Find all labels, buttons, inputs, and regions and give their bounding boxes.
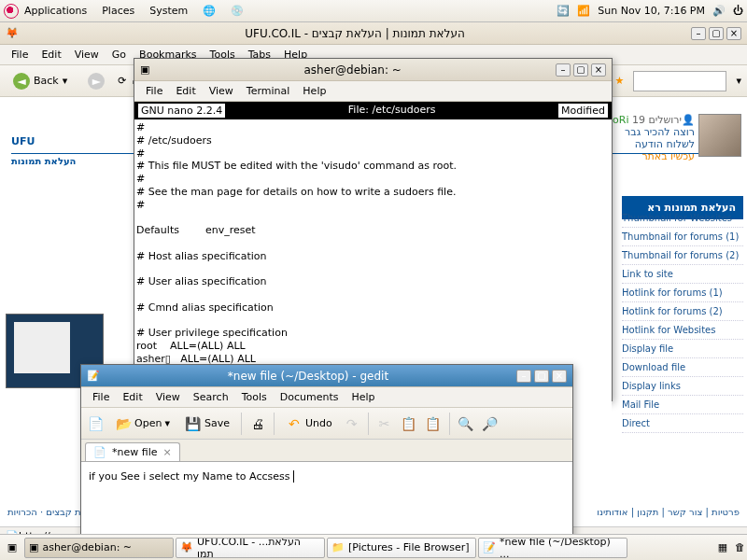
folder-icon: 📂 [115,415,132,432]
task-gedit[interactable]: 📝*new file (~/Desktop) ... [478,538,627,558]
workspace-switcher[interactable]: ▦ [712,541,733,553]
forward-button[interactable]: ► [80,71,112,91]
window-title: UFU.CO.IL - העלאת תמונות | העלאת קבצים [19,27,691,40]
sidebar-link[interactable]: Display file [622,340,743,358]
power-icon[interactable]: ⏻ [733,5,743,17]
terminal-menubar: File Edit View Terminal Help [134,81,612,102]
separator [368,413,369,435]
terminal-icon: ▣ [140,63,149,76]
menu-help[interactable]: Help [345,389,380,405]
cut-icon[interactable]: ✂ [376,415,393,432]
sidebar-link[interactable]: Display links [622,377,743,396]
back-button[interactable]: ◄Back▾ [6,71,75,91]
editor-text: if you See i select my Name to Accsess [89,470,289,483]
gedit-menubar: File Edit View Search Tools Documents He… [81,387,572,408]
minimize-button[interactable]: – [691,27,706,40]
close-button[interactable]: × [726,27,741,40]
menu-system[interactable]: System [146,3,191,19]
close-button[interactable]: × [591,63,606,77]
menu-file[interactable]: File [6,47,34,63]
nano-version: GNU nano 2.2.4 [138,104,225,118]
sidebar-link[interactable]: Thumbnail for Websites [622,209,743,228]
task-terminal[interactable]: ▣asher@debian: ~ [24,538,174,558]
replace-icon[interactable]: 🔎 [482,415,499,432]
gedit-tabs: 📄 *new file × [81,440,572,462]
firefox-titlebar[interactable]: 🦊 UFU.CO.IL - העלאת תמונות | העלאת קבצים… [0,22,747,45]
zoom-button[interactable]: ▾ [736,75,741,87]
gedit-titlebar[interactable]: 📝 *new file (~/Desktop) - gedit – ▢ × [81,365,572,387]
menu-file[interactable]: File [140,83,168,99]
update-icon[interactable]: 🔄 [557,5,570,17]
gedit-icon: 📝 [87,370,100,382]
gnome-bottom-panel: ▣ ▣asher@debian: ~ 🦊UFU.CO.IL - ...העלאת… [0,534,747,560]
menu-edit[interactable]: Edit [117,389,148,405]
show-desktop-icon[interactable]: ▣ [2,541,22,553]
gedit-icon: 📝 [483,541,496,553]
menu-view[interactable]: View [150,389,186,405]
firefox-icon: 🦊 [180,541,193,553]
volume-icon[interactable]: 🔊 [712,5,726,17]
sidebar-link[interactable]: Hotlink for Websites [622,321,743,340]
copy-icon[interactable]: 📋 [401,415,417,432]
sidebar-link[interactable]: Thumbnail for forums (1) [622,228,743,246]
menu-tools[interactable]: Tools [236,389,273,405]
undo-button[interactable]: ↶Undo [282,413,336,434]
menu-edit[interactable]: Edit [35,47,66,63]
gedit-toolbar: 📄 📂Open▾ 💾Save 🖨 ↶Undo ↷ ✂ 📋 📋 🔍 🔎 [81,408,572,440]
star-icon[interactable]: ★ [615,75,625,87]
search-input[interactable] [633,71,726,91]
task-filebrowser[interactable]: 📁[Pictures - File Browser] [327,538,476,558]
menu-help[interactable]: Help [297,83,331,99]
maximize-button[interactable]: ▢ [709,27,724,40]
sidebar-link[interactable]: Link to site [622,265,743,284]
open-button[interactable]: 📂Open▾ [111,413,174,434]
menu-terminal[interactable]: Terminal [241,83,296,99]
page-footer-links[interactable]: פרטיות | צור קשר | תקנון | אודותינו [597,507,740,517]
reload-icon[interactable]: ⟳ [118,75,126,87]
close-button[interactable]: × [552,370,567,383]
tab-label: *new file [112,446,158,458]
network-icon[interactable]: 📶 [577,5,590,17]
clock[interactable]: Sun Nov 10, 7:16 PM [598,5,705,17]
sidebar-link[interactable]: Direct [622,414,743,433]
menu-documents[interactable]: Documents [275,389,345,405]
disc-icon[interactable]: 💿 [227,3,247,19]
new-icon[interactable]: 📄 [87,415,104,432]
minimize-button[interactable]: – [516,370,531,383]
print-icon[interactable]: 🖨 [249,415,266,432]
search-icon[interactable]: 🔍 [458,415,474,432]
tab-newfile[interactable]: 📄 *new file × [85,442,180,461]
sidebar-link[interactable]: Download file [622,358,743,377]
menu-view[interactable]: View [204,83,239,99]
terminal-window: ▣ asher@debian: ~ – ▢ × File Edit View T… [134,58,613,401]
paste-icon[interactable]: 📋 [425,415,442,432]
nano-modified: Modified [558,104,608,118]
sidebar-link[interactable]: Thumbnail for forums (2) [622,246,743,265]
task-firefox[interactable]: 🦊UFU.CO.IL - ...העלאת תמו [176,538,325,558]
sidebar-link[interactable]: Mail File [622,396,743,414]
menu-search[interactable]: Search [188,389,234,405]
globe-icon[interactable]: 🌐 [199,3,219,19]
menu-file[interactable]: File [87,389,115,405]
sidebar-link[interactable]: Hotlink for forums (2) [622,302,743,321]
trash-icon[interactable]: 🗑 [735,541,745,553]
sidebar-link[interactable]: Hotlink for forums (1) [622,284,743,302]
maximize-button[interactable]: ▢ [534,370,549,383]
maximize-button[interactable]: ▢ [573,63,588,77]
debian-icon[interactable] [4,4,19,19]
separator [274,413,275,435]
terminal-titlebar[interactable]: ▣ asher@debian: ~ – ▢ × [134,59,612,81]
editor-area[interactable]: if you See i select my Name to Accsess [81,462,572,490]
menu-places[interactable]: Places [98,3,138,19]
redo-icon[interactable]: ↷ [344,415,360,432]
menu-edit[interactable]: Edit [170,83,201,99]
menu-go[interactable]: Go [106,47,132,63]
menu-applications[interactable]: Applications [21,3,91,19]
save-button[interactable]: 💾Save [181,413,233,434]
cursor [289,470,294,483]
close-tab-icon[interactable]: × [163,446,172,458]
disk-icon: 💾 [185,415,202,432]
minimize-button[interactable]: – [556,63,571,77]
terminal-icon: ▣ [29,541,38,553]
menu-view[interactable]: View [69,47,105,63]
